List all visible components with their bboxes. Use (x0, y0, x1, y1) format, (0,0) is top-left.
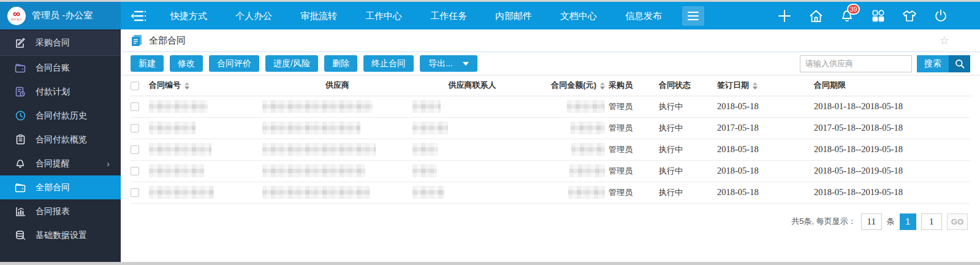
col-status: 合同状态 (659, 75, 717, 96)
current-page-button[interactable]: 1 (900, 213, 916, 230)
sort-icon[interactable] (600, 82, 605, 90)
menu-personal-office[interactable]: 个人办公 (221, 2, 286, 29)
cell-sign-date: 2018-05-18 (717, 139, 814, 160)
advanced-search-button[interactable] (949, 55, 970, 72)
cell-sign-date: 2018-05-18 (717, 96, 814, 117)
redacted-supplier (262, 186, 370, 199)
sidebar-item-base-data-settings[interactable]: 基础数据设置 (0, 223, 121, 247)
delete-button[interactable]: 删除 (324, 55, 357, 72)
cell-buyer: 管理员 (609, 182, 659, 203)
col-supplier: 供应商 (262, 75, 412, 96)
notifications-bell-icon[interactable]: 39 (840, 9, 854, 23)
sidebar-item-label: 全部合同 (36, 182, 70, 193)
sidebar-item-payment-history[interactable]: 合同付款历史 (0, 104, 121, 128)
sidebar-item-purchase-contract[interactable]: 采购合同 (0, 31, 121, 56)
col-buyer: 采购员 (609, 75, 659, 96)
clipboard-icon (15, 134, 26, 145)
sidebar-item-label: 采购合同 (36, 37, 70, 48)
sidebar-item-contract-reports[interactable]: 合同报表 (0, 199, 121, 223)
terminate-contract-button[interactable]: 终止合同 (363, 55, 414, 72)
sidebar-item-label: 合同台账 (36, 63, 70, 74)
redacted-amount (569, 164, 605, 177)
search-button[interactable]: 搜索 (917, 55, 949, 72)
table-row[interactable]: 管理员 执行中 2018-05-18 2018-05-18--2019-05-1… (131, 139, 970, 160)
wallet-icon (15, 182, 26, 193)
cell-sign-date: 2017-05-18 (717, 117, 814, 139)
sidebar-item-contract-reminder[interactable]: 合同提醒 › (0, 152, 121, 175)
table-row[interactable]: 管理员 执行中 2018-05-18 2018-05-18--2019-05-1… (131, 160, 970, 182)
redacted-supplier (262, 100, 373, 113)
sort-icon[interactable] (753, 82, 758, 90)
redacted-contract-no (149, 186, 214, 199)
table-row[interactable]: 管理员 执行中 2018-05-18 2018-05-18--2019-05-1… (131, 182, 970, 203)
menu-work-tasks[interactable]: 工作任务 (416, 2, 481, 29)
page-number-input[interactable] (921, 213, 942, 230)
shirt-icon[interactable] (902, 9, 917, 23)
redacted-supplier (262, 164, 365, 177)
select-all-checkbox[interactable] (131, 82, 139, 90)
row-checkbox[interactable] (131, 102, 139, 111)
row-checkbox[interactable] (131, 167, 139, 175)
menu-document-center[interactable]: 文档中心 (546, 2, 611, 29)
plus-icon[interactable] (777, 9, 792, 23)
company-logo: ∞ 华天动力 (7, 7, 26, 25)
sidebar-item-label: 合同报表 (36, 206, 70, 217)
export-dropdown-button[interactable]: 导出... (420, 55, 477, 72)
col-amount: 合同金额(元) (532, 75, 609, 96)
col-contract-no: 合同编号 (149, 75, 262, 96)
search-zone: 搜索 (800, 55, 970, 72)
edit-document-icon (15, 37, 26, 48)
menu-approval-flow[interactable]: 审批流转 (286, 2, 351, 29)
col-supplier-contact: 供应商联系人 (412, 75, 532, 96)
cell-status: 执行中 (659, 182, 717, 203)
supplier-search-input[interactable] (800, 55, 912, 72)
notification-badge: 39 (847, 4, 860, 15)
contract-evaluate-button[interactable]: 合同评价 (209, 55, 259, 72)
home-icon[interactable] (808, 9, 823, 23)
row-checkbox[interactable] (131, 145, 139, 154)
table-row[interactable]: 管理员 执行中 2018-05-18 2018-01-18--2018-05-1… (131, 96, 970, 117)
redacted-contact (412, 121, 448, 134)
edit-button[interactable]: 修改 (170, 55, 203, 72)
table-row[interactable]: 管理员 执行中 2017-05-18 2017-05-18--2018-05-1… (131, 117, 970, 139)
sidebar-item-label: 合同付款概览 (36, 134, 87, 145)
row-checkbox[interactable] (131, 188, 139, 197)
power-icon[interactable] (933, 9, 948, 23)
apps-grid-icon[interactable] (871, 9, 886, 23)
cell-period: 2018-05-18--2019-05-18 (814, 182, 970, 203)
favorite-star-icon[interactable]: ☆ (940, 34, 949, 47)
redacted-contact (412, 143, 438, 156)
sort-icon[interactable] (184, 82, 189, 90)
menu-internal-mail[interactable]: 内部邮件 (481, 2, 546, 29)
window-bottom-border (0, 262, 980, 265)
collapse-sidebar-icon[interactable] (121, 2, 156, 29)
go-button[interactable]: GO (947, 213, 968, 230)
cell-buyer: 管理员 (609, 117, 659, 139)
more-menu-icon[interactable] (682, 6, 704, 26)
sidebar-item-all-contracts[interactable]: 全部合同 (0, 175, 121, 199)
sidebar-item-payment-overview[interactable]: 合同付款概览 (0, 128, 121, 152)
menu-info-publish[interactable]: 信息发布 (611, 2, 676, 29)
col-period: 合同期限 (814, 75, 970, 96)
sidebar-item-label: 基础数据设置 (36, 230, 87, 241)
chevron-down-icon (463, 62, 469, 66)
cell-status: 执行中 (659, 96, 717, 117)
wallet-icon (15, 63, 26, 74)
menu-shortcuts[interactable]: 快捷方式 (156, 2, 221, 29)
row-checkbox[interactable] (131, 124, 139, 132)
main-content: 全部合同 ☆ 新建 修改 合同评价 进度/风险 删除 终止合同 导出... 搜索 (121, 29, 980, 262)
redacted-amount (571, 143, 605, 156)
redacted-amount (568, 186, 605, 199)
progress-risk-button[interactable]: 进度/风险 (265, 55, 318, 72)
redacted-contract-no (149, 164, 204, 177)
topbar: ∞ 华天动力 管理员 -办公室 快捷方式 个人办公 审批流转 工作中心 工作任务… (0, 2, 980, 29)
page-title: 全部合同 (149, 35, 186, 47)
page-size-input[interactable] (861, 213, 882, 230)
menu-work-center[interactable]: 工作中心 (351, 2, 416, 29)
redacted-contract-no (149, 121, 196, 134)
new-button[interactable]: 新建 (131, 55, 164, 72)
sidebar-item-payment-plan[interactable]: 付款计划 (0, 80, 121, 104)
payment-plan-icon (15, 86, 26, 98)
user-title: 管理员 -办公室 (32, 10, 93, 21)
sidebar-item-contract-ledger[interactable]: 合同台账 (0, 56, 121, 80)
